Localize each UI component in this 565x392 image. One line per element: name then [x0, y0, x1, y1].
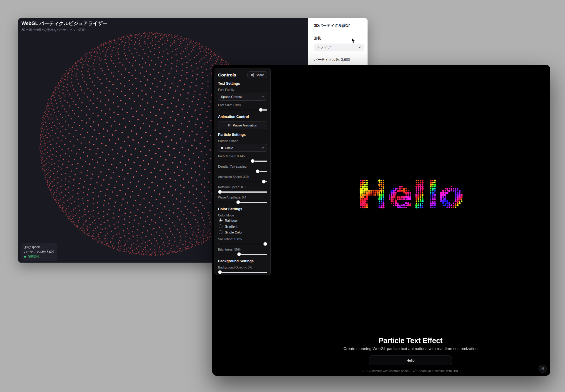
stage-subtitle: Create stunning WebGL particle text anim…: [343, 346, 478, 351]
text-settings-heading: Text Settings: [218, 81, 267, 86]
chevron-down-icon: [261, 146, 264, 149]
chevron-down-icon: [261, 95, 264, 98]
slider-fill: [218, 202, 238, 203]
particle-text-input[interactable]: [369, 356, 452, 365]
font-size-slider[interactable]: [218, 108, 267, 112]
slider-track: [218, 191, 267, 193]
pause-icon: [228, 124, 231, 127]
slider-thumb[interactable]: [251, 159, 255, 163]
color-mode-label: Color Mode: [218, 213, 267, 217]
pause-animation-button[interactable]: Pause Animation: [218, 121, 267, 129]
color-settings-heading: Color Settings: [218, 207, 267, 211]
chevron-down-icon: [358, 46, 361, 49]
slider-thumb[interactable]: [218, 190, 222, 194]
slider-thumb[interactable]: [263, 242, 267, 246]
slider-thumb[interactable]: [256, 169, 260, 173]
brightness-slider[interactable]: [218, 252, 267, 256]
info-auto-rotate: 自動回転: [27, 254, 39, 259]
auto-rotate-status-dot: [24, 256, 26, 258]
brightness-label: Brightness: 55%: [218, 248, 267, 251]
slider-thumb[interactable]: [259, 108, 263, 112]
slider-track: [218, 272, 267, 273]
saturation-label: Saturation: 100%: [218, 237, 267, 241]
radio-ring: [219, 218, 222, 222]
slider-fill: [218, 109, 262, 111]
viz-info-box: 形状: sphere パーティクル数: 3,600 自動回転: [21, 243, 57, 261]
shape-select-value: スフィア: [317, 45, 331, 50]
density-label: Density: 7px spacing: [218, 165, 267, 168]
desktop: WebGL パーティクルビジュアライザー 3D空間での様々な形状をパーティクルで…: [0, 0, 565, 392]
font-family-value: Space Grotesk: [221, 95, 242, 99]
hint-separator: •: [410, 369, 411, 373]
viz-header: WebGL パーティクルビジュアライザー 3D空間での様々な形状をパーティクルで…: [21, 21, 107, 32]
font-family-label: Font Family: [218, 88, 267, 91]
share-icon: [251, 73, 254, 77]
animation-speed-slider[interactable]: [218, 180, 267, 184]
viz-title: WebGL パーティクルビジュアライザー: [21, 21, 107, 27]
radio-rainbow[interactable]: Rainbow: [219, 218, 267, 223]
viz-subtitle: 3D空間での様々な形状をパーティクルで表現: [21, 28, 107, 32]
shape-select[interactable]: スフィア: [314, 44, 364, 51]
animation-speed-label: Animation Speed: 3.0x: [218, 175, 267, 179]
stage-title: Particle Text Effect: [378, 336, 442, 345]
saturation-slider[interactable]: [218, 242, 267, 246]
hint-customize: Customize with controls panel: [368, 369, 408, 373]
wave-amplitude-label: Wave Amplitude: 0.4: [218, 196, 267, 199]
hint-share: Share your creation with URL: [418, 369, 459, 373]
info-shape: 形状: sphere: [24, 245, 54, 250]
particle-size-label: Particle Size: 0.145: [218, 154, 267, 158]
particle-settings-heading: Particle Settings: [218, 133, 267, 137]
shape-label: 形状: [314, 36, 364, 41]
slider-fill: [218, 161, 253, 162]
particle-text-window: Controls Share Text Settings Font Family…: [212, 65, 550, 376]
pause-button-label: Pause Animation: [233, 124, 257, 127]
controls-panel: Controls Share Text Settings Font Family…: [215, 68, 271, 275]
slider-thumb[interactable]: [218, 270, 222, 274]
rotation-speed-slider[interactable]: [218, 190, 267, 194]
wave-amplitude-slider[interactable]: [218, 200, 267, 204]
background-opacity-slider[interactable]: [218, 270, 267, 274]
share-button-label: Share: [256, 73, 264, 77]
radio-label: Single Color: [225, 231, 242, 234]
font-size-label: Font Size: 110px: [218, 103, 267, 107]
stage-footer-area: Particle Text Effect Create stunning Web…: [271, 336, 550, 373]
link-icon: [413, 369, 417, 373]
density-slider[interactable]: [218, 169, 267, 173]
circle-icon: [221, 147, 223, 149]
radio-ring: [219, 230, 222, 234]
slider-fill: [218, 171, 259, 172]
background-opacity-label: Background Opacity: 0%: [218, 266, 267, 269]
slider-fill: [218, 181, 266, 182]
particle-shape-value: Circle: [225, 146, 233, 150]
background-settings-heading: Background Settings: [218, 259, 267, 263]
sliders-icon: [362, 369, 366, 373]
info-count: パーティクル数: 3,600: [24, 250, 54, 254]
share-button[interactable]: Share: [247, 71, 267, 78]
settings-title: 3Dパーティクル設定: [314, 23, 364, 28]
rotation-speed-label: Rotation Speed: 0.0: [218, 185, 267, 189]
devtools-badge-label: N: [541, 367, 544, 371]
particle-shape-label: Particle Shape: [218, 139, 267, 143]
slider-thumb[interactable]: [262, 180, 266, 184]
slider-thumb[interactable]: [237, 252, 241, 256]
count-label: パーティクル数: 3,600: [314, 57, 364, 62]
radio-label: Gradient: [225, 225, 237, 228]
slider-fill: [218, 243, 267, 245]
devtools-badge[interactable]: N: [539, 365, 547, 373]
radio-ring: [219, 224, 222, 228]
radio-gradient[interactable]: Gradient: [219, 224, 267, 228]
slider-fill: [218, 254, 239, 255]
stage-hint: Customize with controls panel • Share yo…: [362, 369, 459, 373]
radio-single-color[interactable]: Single Color: [219, 230, 267, 234]
slider-thumb[interactable]: [236, 200, 240, 204]
particle-size-slider[interactable]: [218, 159, 267, 163]
controls-title: Controls: [218, 72, 236, 77]
font-family-select[interactable]: Space Grotesk: [218, 93, 267, 101]
particle-shape-select[interactable]: Circle: [218, 144, 267, 152]
radio-label: Rainbow: [225, 219, 237, 222]
animation-control-heading: Animation Control: [218, 115, 267, 119]
